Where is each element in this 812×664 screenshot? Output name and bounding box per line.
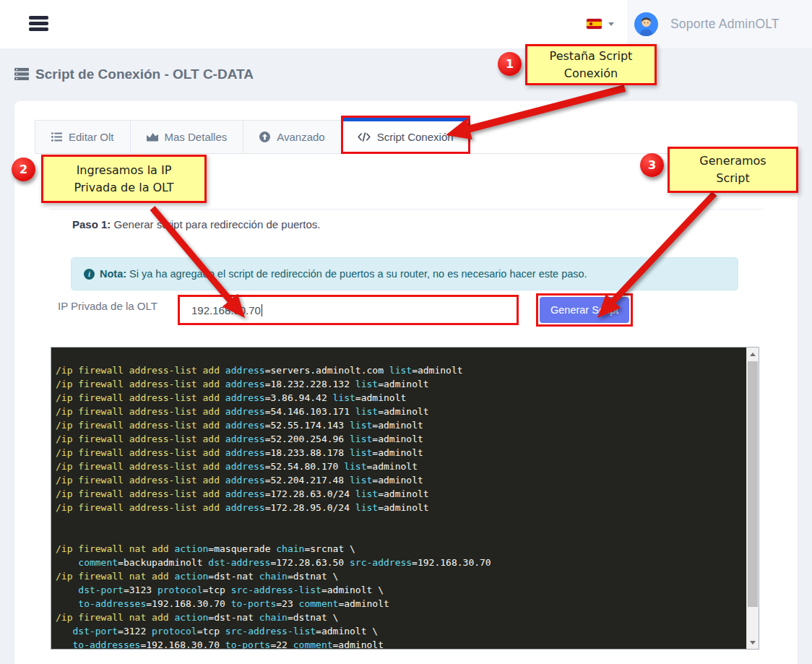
ip-field-label: IP Privada de la OLT [58,300,157,312]
scroll-down-arrow-icon[interactable] [747,637,759,648]
user-name: Soporte AdminOLT [670,17,779,32]
tab-avanzado[interactable]: Avanzado [243,120,340,153]
scrollbar-thumb[interactable] [748,361,758,607]
scrollbar[interactable] [746,348,759,649]
code-icon [358,132,371,142]
script-code: /ip firewall address-list add address=se… [51,348,759,650]
ip-input[interactable]: 192.168.30.70 [180,297,517,323]
annotation-frame-input: 192.168.30.70 [178,295,519,325]
server-icon [14,68,29,81]
user-menu[interactable]: Soporte AdminOLT [627,0,812,48]
avatar [634,12,658,36]
tab-editar-olt[interactable]: Editar Olt [35,120,130,153]
tab-script-conexion[interactable]: Script Conexión [341,116,470,154]
spain-flag-icon [587,19,602,29]
hamburger-menu-icon[interactable] [29,16,48,33]
annotation-number-1: 1 [498,52,522,76]
annotation-note-1: Pestaña ScriptConexión [525,44,657,85]
annotation-frame-button: Generar Script [536,293,633,327]
script-output[interactable]: /ip firewall address-list add address=se… [51,347,759,650]
tab-bar: Editar Olt Mas Detalles Avanzado [35,120,777,154]
top-navbar: Soporte AdminOLT [0,0,812,48]
page-title: Script de Conexión - OLT C-DATA [35,66,254,82]
generate-script-button[interactable]: Generar Script [540,297,629,323]
info-icon: i [84,269,95,280]
step-text: Paso 1: Generar script para redirección … [72,218,321,230]
text-caret [262,304,262,316]
scroll-up-arrow-icon[interactable] [747,348,759,360]
list-icon [51,132,62,142]
divider [49,209,763,210]
chart-area-icon [147,132,158,142]
tab-mas-detalles[interactable]: Mas Detalles [130,120,243,153]
language-selector[interactable] [587,19,614,29]
note-alert: i Nota: Si ya ha agregado el script de r… [71,257,738,290]
content-card: Editar Olt Mas Detalles Avanzado [14,101,798,664]
chevron-down-icon [608,22,614,26]
arrow-circle-up-icon [259,131,270,142]
